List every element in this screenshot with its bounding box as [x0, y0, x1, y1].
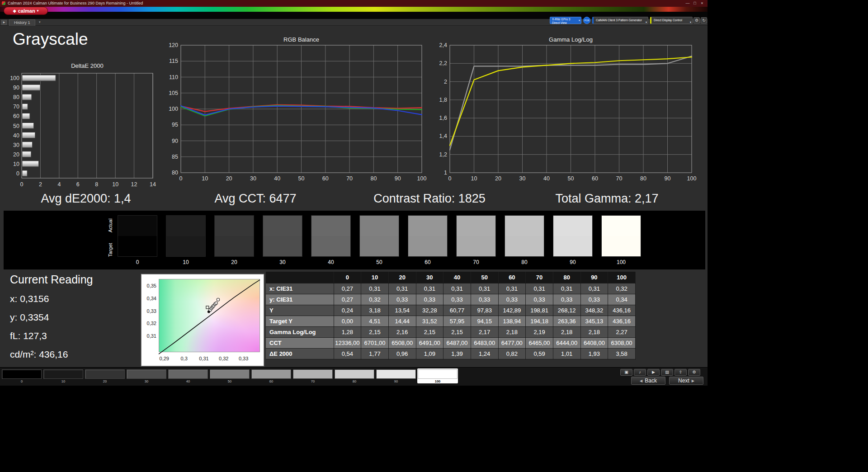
title-bar: Calman 2024 Calman Ultimate for Business… [0, 0, 708, 7]
level-patch-label: 100 [418, 379, 458, 383]
display-control-button[interactable]: Direct Display Control ▾ [650, 17, 693, 24]
swatch-level-label: 30 [263, 259, 302, 265]
table-cell: 0,31 [416, 283, 443, 294]
svg-text:10: 10 [471, 175, 477, 182]
table-cell: 94,15 [471, 316, 498, 326]
swatch-patches: 0102030405060708090100 [118, 215, 641, 265]
level-patch-button[interactable]: 0 [1, 368, 42, 383]
calman-window: Calman 2024 Calman Ultimate for Business… [0, 0, 708, 386]
svg-text:20: 20 [226, 175, 232, 182]
table-cell: 0,27 [334, 283, 361, 294]
table-cell: 0,34 [608, 294, 636, 305]
table-cell: 6508,00 [388, 337, 416, 348]
swatch-target-half [263, 236, 302, 256]
table-cell: 0,33 [580, 294, 608, 305]
pattern-level-bar: 0102030405060708090100 ▣♪▶▤⇧⚙ ◀ Back Nex… [0, 367, 708, 386]
meter-select-button[interactable]: X-Rite i1Pro 3 Direct View ▾ [550, 17, 581, 24]
table-column-header: 70 [526, 272, 553, 283]
close-button[interactable]: × [698, 0, 706, 7]
swatch-level-label: 90 [553, 259, 593, 265]
export-icon[interactable]: ⇧ [675, 369, 687, 376]
back-button[interactable]: ◀ Back [631, 377, 665, 385]
svg-text:1,6: 1,6 [439, 115, 447, 121]
tab-menu-caret[interactable]: ▾ [39, 20, 41, 24]
table-column-header: 50 [471, 272, 498, 283]
gamma-loglog-chart: 11,21,41,61,822,22,401020304050607080901… [431, 35, 698, 187]
svg-text:30: 30 [519, 175, 526, 182]
table-row-label: Y [266, 305, 334, 316]
svg-text:40: 40 [543, 175, 550, 182]
tab-scroll-button[interactable]: ▶ [1, 20, 7, 25]
table-cell: 1,28 [334, 326, 361, 337]
table-cell: 2,15 [443, 326, 471, 337]
speaker-icon[interactable]: ♪ [634, 369, 646, 376]
table-cell: 142,89 [498, 305, 526, 316]
level-patch-button[interactable]: 70 [292, 368, 333, 383]
desktop: Calman 2024 Calman Ultimate for Business… [0, 0, 868, 472]
swatch-actual-half [311, 216, 350, 236]
svg-text:100: 100 [687, 175, 697, 182]
refresh-icon[interactable]: ↻ [701, 17, 707, 24]
level-patch-swatch [376, 369, 416, 379]
level-patch-button[interactable]: 20 [85, 368, 125, 383]
level-patch-button[interactable]: 50 [209, 368, 250, 383]
table-cell: 268,12 [553, 305, 580, 316]
minimize-button[interactable]: — [684, 0, 691, 7]
settings-icon[interactable]: ⚙ [688, 369, 700, 376]
next-button[interactable]: Next ▶ [669, 377, 703, 385]
table-cell: 0,32 [608, 283, 636, 294]
display-icon[interactable]: ▣ [620, 369, 632, 376]
meter-status-badge[interactable]: F19 [583, 17, 590, 24]
svg-text:0,32: 0,32 [147, 321, 156, 326]
swatch-actual-half [166, 216, 205, 236]
table-cell: 97,83 [471, 305, 498, 316]
table-cell: 6308,00 [608, 337, 636, 348]
level-patch-swatch [43, 369, 83, 379]
level-patch-button[interactable]: 10 [43, 368, 84, 383]
table-cell: 2,16 [388, 326, 416, 337]
table-cell: 2,17 [471, 326, 498, 337]
level-patch-label: 0 [2, 379, 42, 383]
deltae-2000-chart: 024681012141009080706050403020100DeltaE … [6, 61, 160, 194]
level-patch-button[interactable]: 40 [168, 368, 208, 383]
level-patch-label: 40 [168, 379, 208, 383]
table-cell: 6444,00 [553, 337, 580, 348]
table-cell: 138,94 [498, 316, 526, 326]
printer-icon[interactable]: ▤ [661, 369, 673, 376]
level-patch-swatch [251, 369, 291, 379]
table-cell: 6477,00 [498, 337, 526, 348]
table-column-header: 0 [334, 272, 361, 283]
level-patch-swatch [168, 369, 208, 379]
table-cell: 0,31 [471, 283, 498, 294]
table-cell: 0,00 [334, 316, 361, 326]
svg-text:8: 8 [95, 181, 98, 188]
table-cell: 2,19 [526, 326, 553, 337]
svg-text:1,2: 1,2 [439, 151, 447, 158]
maximize-button[interactable]: □ [691, 0, 698, 7]
window-controls: —□× [684, 0, 706, 7]
avg-de2000-stat: Avg dE2000: 1,4 [5, 192, 167, 206]
level-patch-button[interactable]: 90 [376, 368, 416, 383]
table-cell: 194,18 [526, 316, 553, 326]
svg-text:10: 10 [13, 161, 19, 167]
calman-menu-button[interactable]: ◆ calman ▾ [4, 7, 48, 15]
pattern-source-button[interactable]: CalMAN Client 3 Pattern Generator ▾ [592, 17, 648, 24]
level-patch-button[interactable]: 60 [251, 368, 292, 383]
play-icon[interactable]: ▶ [647, 369, 660, 376]
svg-text:70: 70 [13, 104, 19, 110]
gear-icon[interactable]: ⚙ [693, 17, 700, 24]
grayscale-swatch: 20 [214, 215, 254, 265]
level-patch-button[interactable]: 30 [126, 368, 167, 383]
swatch-target-half [505, 236, 544, 256]
next-arrow-icon: ▶ [692, 379, 694, 383]
tab-history-1[interactable]: History 1 [9, 19, 35, 26]
table-cell: 2,18 [553, 326, 580, 337]
table-cell: 0,96 [388, 348, 416, 359]
chevron-down-icon: ▾ [646, 19, 647, 25]
pattern-level-patches: 0102030405060708090100 [1, 368, 458, 383]
table-cell: 6483,00 [471, 337, 498, 348]
table-cell: 0,33 [416, 294, 443, 305]
level-patch-button[interactable]: 80 [334, 368, 375, 383]
level-patch-button[interactable]: 100 [417, 368, 458, 383]
swatch-actual-half [215, 216, 254, 236]
